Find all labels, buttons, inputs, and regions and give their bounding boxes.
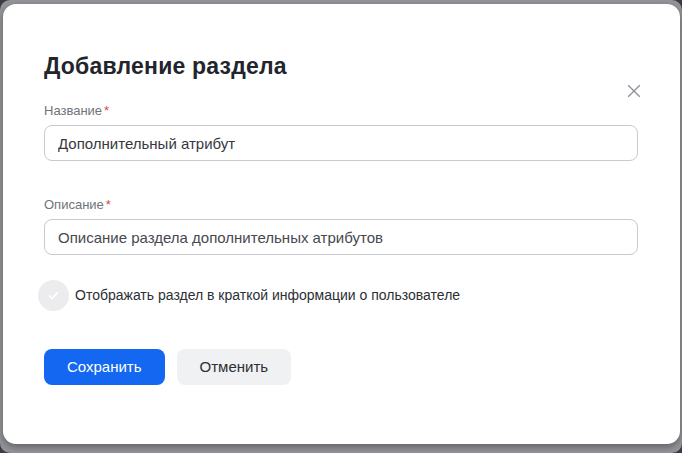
dialog-title: Добавление раздела <box>44 51 638 81</box>
description-field-label: Описание* <box>44 197 638 213</box>
cancel-button[interactable]: Отменить <box>177 349 292 385</box>
description-field-group: Описание* <box>44 197 638 255</box>
description-input[interactable] <box>44 219 638 255</box>
name-field-group: Название* <box>44 103 638 161</box>
name-field-label: Название* <box>44 103 638 119</box>
add-section-dialog: Добавление раздела Название* Описание* О… <box>3 4 680 444</box>
close-icon <box>625 82 643 100</box>
display-section-checkbox-label[interactable]: Отображать раздел в краткой информации о… <box>75 285 460 305</box>
required-asterisk: * <box>104 103 109 118</box>
dialog-content: Добавление раздела Название* Описание* О… <box>3 51 680 453</box>
name-input[interactable] <box>44 125 638 161</box>
required-asterisk: * <box>106 197 111 212</box>
display-section-checkbox[interactable] <box>44 286 63 305</box>
display-section-checkbox-row: Отображать раздел в краткой информации о… <box>44 285 638 305</box>
close-button[interactable] <box>624 81 644 101</box>
dialog-actions: Сохранить Отменить <box>44 349 638 385</box>
checkmark-icon <box>47 289 60 302</box>
save-button[interactable]: Сохранить <box>44 349 165 385</box>
